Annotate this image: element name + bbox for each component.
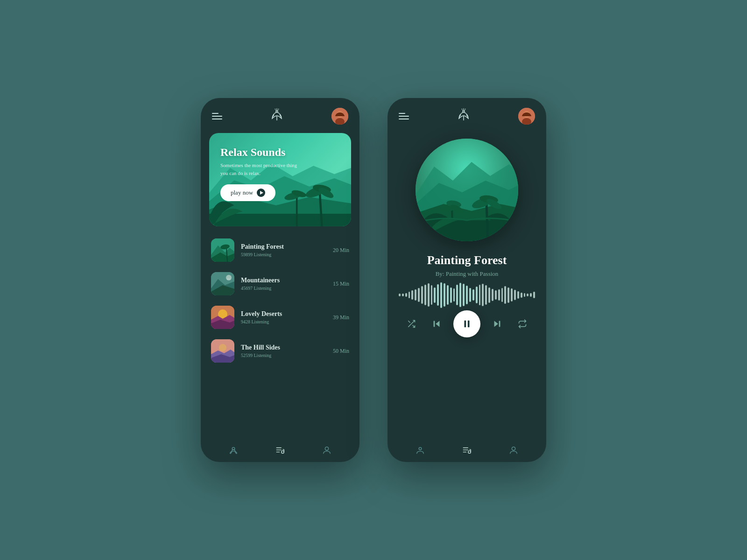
menu-button[interactable] — [212, 113, 222, 119]
next-button[interactable] — [489, 315, 506, 332]
wave-bar — [514, 290, 516, 300]
wave-bar — [495, 290, 497, 300]
play-now-button[interactable]: play now — [220, 184, 275, 201]
nav-profile[interactable] — [508, 445, 519, 455]
wave-bar — [524, 293, 526, 297]
wave-bar — [421, 286, 423, 304]
wave-bar — [456, 285, 458, 305]
svg-line-71 — [408, 321, 410, 322]
wave-bar — [533, 292, 535, 298]
svg-marker-76 — [494, 321, 498, 327]
svg-line-65 — [486, 204, 488, 241]
track-item[interactable]: Painting Forest 59899 Listening 20 Min — [209, 235, 351, 266]
album-art-container — [388, 129, 546, 246]
track-thumbnail-hill — [211, 339, 234, 363]
wave-bar — [424, 285, 426, 305]
bottom-nav — [201, 439, 359, 462]
wave-bar — [434, 287, 436, 303]
wave-bar — [466, 286, 468, 304]
track-info: Painting Forest 59899 Listening — [241, 243, 326, 257]
svg-rect-77 — [499, 321, 500, 327]
wave-bar — [521, 293, 522, 298]
wave-bar — [431, 285, 433, 305]
svg-point-1 — [276, 110, 277, 111]
logo-icon — [269, 107, 284, 125]
svg-line-4 — [278, 109, 279, 110]
svg-line-51 — [462, 109, 462, 110]
svg-line-3 — [275, 109, 275, 110]
svg-point-78 — [419, 448, 422, 450]
album-art — [416, 139, 518, 241]
waveform — [388, 278, 546, 310]
track-list: Painting Forest 59899 Listening 20 Min M… — [201, 230, 359, 371]
avatar[interactable] — [518, 108, 535, 125]
wave-bar — [488, 287, 490, 303]
track-name: Painting Forest — [241, 243, 326, 251]
wave-bar — [498, 289, 500, 301]
svg-rect-74 — [465, 321, 466, 328]
track-name: The Hill Sides — [241, 344, 326, 351]
wave-bar — [409, 292, 410, 298]
track-item[interactable]: The Hill Sides 52599 Listening 50 Min — [209, 336, 351, 366]
wave-bar — [411, 290, 413, 300]
track-item[interactable]: Lovely Deserts 9428 Listening 39 Min — [209, 302, 351, 333]
track-name: Lovely Deserts — [241, 310, 326, 318]
prev-button[interactable] — [428, 315, 445, 332]
wave-bar — [428, 283, 430, 307]
pause-button[interactable] — [453, 310, 480, 337]
nav-profile[interactable] — [322, 445, 332, 455]
track-info: Mountaineers 45697 Listening — [241, 277, 326, 291]
player-song-name: Painting Forest — [397, 253, 537, 267]
track-duration: 20 Min — [333, 247, 349, 254]
wave-bar — [444, 283, 445, 307]
track-thumbnail-mountain — [211, 272, 234, 295]
wave-bar — [476, 287, 478, 303]
wave-bar — [405, 293, 407, 297]
wave-bar — [527, 294, 529, 296]
player-controls — [388, 310, 546, 345]
nav-home[interactable] — [228, 445, 239, 455]
svg-point-34 — [219, 344, 226, 351]
wave-bar — [517, 291, 519, 299]
wave-bar — [469, 288, 471, 302]
svg-line-61 — [452, 209, 453, 241]
wave-bar — [399, 294, 401, 296]
svg-rect-75 — [468, 321, 470, 328]
track-listeners: 59899 Listening — [241, 252, 326, 257]
wave-bar — [507, 287, 509, 303]
banner-title: Relax Sounds — [220, 146, 340, 159]
shuffle-button[interactable] — [403, 315, 420, 332]
wave-bar — [437, 284, 439, 306]
svg-point-43 — [282, 451, 284, 454]
svg-point-82 — [468, 451, 471, 454]
avatar[interactable] — [331, 108, 348, 125]
wave-bar — [479, 285, 481, 305]
repeat-button[interactable] — [514, 315, 531, 332]
wave-bar — [418, 288, 420, 302]
wave-bar — [492, 289, 493, 301]
player-title: Painting Forest By: Painting with Passio… — [388, 253, 546, 278]
nav-home[interactable] — [415, 445, 425, 455]
track-duration: 15 Min — [333, 280, 349, 287]
nav-playlist[interactable] — [462, 445, 472, 455]
track-listeners: 45697 Listening — [241, 286, 326, 291]
banner-subtitle: Sometimes the most productive thing you … — [220, 161, 304, 177]
player-artist: By: Painting with Passion — [397, 270, 537, 278]
wave-bar — [501, 288, 503, 302]
svg-point-27 — [226, 275, 232, 280]
track-info: The Hill Sides 52599 Listening — [241, 344, 326, 358]
wave-bar — [453, 288, 455, 301]
track-thumbnail-desert — [211, 306, 234, 329]
track-thumbnail-forest — [211, 238, 234, 262]
svg-marker-72 — [436, 321, 439, 327]
nav-playlist[interactable] — [275, 445, 285, 455]
svg-point-85 — [512, 447, 515, 450]
wave-bar — [511, 288, 513, 301]
track-listeners: 9428 Listening — [241, 319, 326, 324]
hero-banner: Relax Sounds Sometimes the most producti… — [209, 133, 351, 226]
menu-button[interactable] — [399, 113, 409, 119]
logo-icon — [456, 107, 471, 125]
right-phone: Painting Forest By: Painting with Passio… — [388, 98, 546, 462]
track-item[interactable]: Mountaineers 45697 Listening 15 Min — [209, 268, 351, 299]
banner-content: Relax Sounds Sometimes the most producti… — [209, 133, 351, 209]
